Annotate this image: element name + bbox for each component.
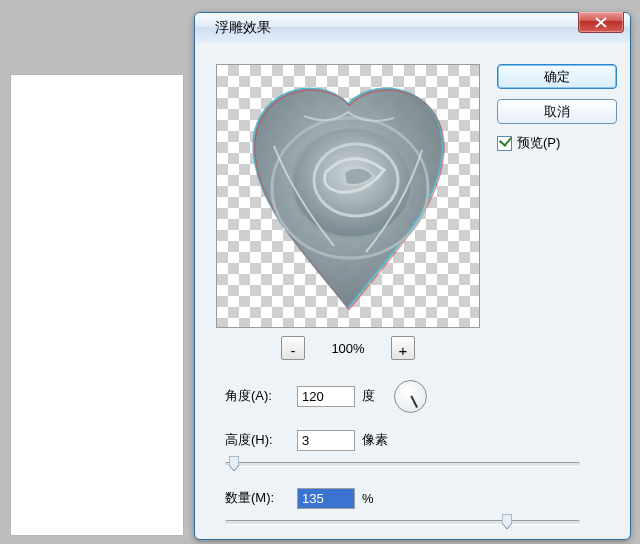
dial-needle: [410, 396, 417, 408]
zoom-value: 100%: [323, 341, 373, 356]
angle-row: 角度(A): 度: [225, 383, 602, 409]
angle-input[interactable]: [297, 386, 355, 407]
close-icon: [595, 17, 607, 28]
preview-image: [217, 65, 479, 327]
amount-unit: %: [362, 491, 374, 506]
emboss-dialog: 浮雕效果: [194, 12, 631, 540]
ok-label: 确定: [544, 68, 570, 86]
cancel-label: 取消: [544, 103, 570, 121]
height-slider-thumb[interactable]: [229, 456, 239, 472]
zoom-in-button[interactable]: +: [391, 336, 415, 360]
amount-label: 数量(M):: [225, 489, 290, 507]
amount-slider[interactable]: [225, 513, 580, 529]
slider-track: [225, 520, 580, 525]
minus-icon: -: [291, 344, 296, 357]
height-slider[interactable]: [225, 455, 580, 471]
height-row: 高度(H): 像素: [225, 427, 602, 453]
angle-unit: 度: [362, 387, 375, 405]
preview-checkbox[interactable]: [497, 136, 512, 151]
document-canvas: [11, 75, 183, 535]
height-label: 高度(H):: [225, 431, 290, 449]
angle-dial[interactable]: [394, 380, 427, 413]
dialog-body: - 100% + 确定 取消 预览(P) 角度(A): 度 高度(H):: [203, 47, 622, 531]
zoom-controls: - 100% +: [216, 336, 480, 360]
plus-icon: +: [399, 344, 408, 357]
slider-track: [225, 462, 580, 467]
height-unit: 像素: [362, 431, 388, 449]
height-input[interactable]: [297, 430, 355, 451]
dialog-title: 浮雕效果: [215, 19, 271, 37]
zoom-out-button[interactable]: -: [281, 336, 305, 360]
preview-checkbox-label: 预览(P): [517, 134, 560, 152]
close-button[interactable]: [578, 12, 624, 33]
dialog-buttons: 确定 取消 预览(P): [497, 64, 615, 152]
titlebar: 浮雕效果: [195, 13, 630, 43]
preview-toggle-row: 预览(P): [497, 134, 615, 152]
angle-label: 角度(A):: [225, 387, 290, 405]
amount-slider-thumb[interactable]: [502, 514, 512, 530]
preview-panel[interactable]: [216, 64, 480, 328]
amount-input[interactable]: [297, 488, 355, 509]
ok-button[interactable]: 确定: [497, 64, 617, 89]
cancel-button[interactable]: 取消: [497, 99, 617, 124]
amount-row: 数量(M): %: [225, 485, 602, 511]
